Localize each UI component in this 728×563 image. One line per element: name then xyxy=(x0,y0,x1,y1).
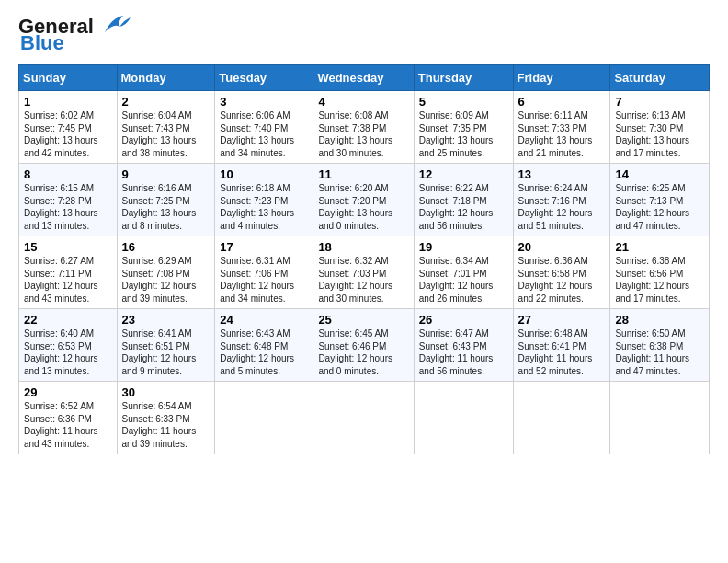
day-info: Sunrise: 6:11 AMSunset: 7:33 PMDaylight:… xyxy=(518,110,593,158)
table-row: 19 Sunrise: 6:34 AMSunset: 7:01 PMDaylig… xyxy=(414,236,513,309)
day-info: Sunrise: 6:20 AMSunset: 7:20 PMDaylight:… xyxy=(318,183,392,231)
day-info: Sunrise: 6:27 AMSunset: 7:11 PMDaylight:… xyxy=(24,256,98,304)
day-number: 15 xyxy=(24,240,112,254)
day-number: 16 xyxy=(122,240,210,254)
table-row xyxy=(313,382,414,454)
table-row xyxy=(414,382,513,454)
table-row: 13 Sunrise: 6:24 AMSunset: 7:16 PMDaylig… xyxy=(513,164,610,236)
day-info: Sunrise: 6:38 AMSunset: 6:56 PMDaylight:… xyxy=(615,256,689,304)
header-thursday: Thursday xyxy=(414,65,513,91)
header-monday: Monday xyxy=(117,65,215,91)
day-number: 26 xyxy=(419,313,508,327)
logo-text-blue: Blue xyxy=(18,31,64,55)
table-row: 17 Sunrise: 6:31 AMSunset: 7:06 PMDaylig… xyxy=(215,236,313,309)
table-row: 4 Sunrise: 6:08 AMSunset: 7:38 PMDayligh… xyxy=(313,91,414,164)
day-info: Sunrise: 6:31 AMSunset: 7:06 PMDaylight:… xyxy=(220,256,294,304)
day-info: Sunrise: 6:34 AMSunset: 7:01 PMDaylight:… xyxy=(419,256,494,304)
day-number: 18 xyxy=(318,240,408,254)
table-row: 12 Sunrise: 6:22 AMSunset: 7:18 PMDaylig… xyxy=(414,164,513,236)
table-row: 21 Sunrise: 6:38 AMSunset: 6:56 PMDaylig… xyxy=(610,236,710,309)
day-number: 12 xyxy=(419,167,508,181)
day-info: Sunrise: 6:08 AMSunset: 7:38 PMDaylight:… xyxy=(318,110,392,158)
table-row: 6 Sunrise: 6:11 AMSunset: 7:33 PMDayligh… xyxy=(513,91,610,164)
table-row: 5 Sunrise: 6:09 AMSunset: 7:35 PMDayligh… xyxy=(414,91,513,164)
day-info: Sunrise: 6:41 AMSunset: 6:51 PMDaylight:… xyxy=(122,328,197,376)
day-number: 21 xyxy=(615,240,704,254)
day-number: 24 xyxy=(220,313,308,327)
table-row: 3 Sunrise: 6:06 AMSunset: 7:40 PMDayligh… xyxy=(215,91,313,164)
day-info: Sunrise: 6:43 AMSunset: 6:48 PMDaylight:… xyxy=(220,328,294,376)
day-number: 14 xyxy=(615,167,704,181)
day-info: Sunrise: 6:40 AMSunset: 6:53 PMDaylight:… xyxy=(24,328,98,376)
day-info: Sunrise: 6:15 AMSunset: 7:28 PMDaylight:… xyxy=(24,183,98,231)
day-info: Sunrise: 6:04 AMSunset: 7:43 PMDaylight:… xyxy=(122,110,197,158)
day-number: 9 xyxy=(122,167,210,181)
table-row: 25 Sunrise: 6:45 AMSunset: 6:46 PMDaylig… xyxy=(313,309,414,382)
table-row: 7 Sunrise: 6:13 AMSunset: 7:30 PMDayligh… xyxy=(610,91,710,164)
day-number: 2 xyxy=(122,95,210,109)
table-row: 22 Sunrise: 6:40 AMSunset: 6:53 PMDaylig… xyxy=(19,309,118,382)
table-row: 14 Sunrise: 6:25 AMSunset: 7:13 PMDaylig… xyxy=(610,164,710,236)
day-info: Sunrise: 6:22 AMSunset: 7:18 PMDaylight:… xyxy=(419,183,494,231)
table-row: 1 Sunrise: 6:02 AMSunset: 7:45 PMDayligh… xyxy=(19,91,118,164)
day-number: 28 xyxy=(615,313,704,327)
table-row xyxy=(215,382,313,454)
header-saturday: Saturday xyxy=(610,65,710,91)
day-number: 5 xyxy=(419,95,508,109)
table-row: 27 Sunrise: 6:48 AMSunset: 6:41 PMDaylig… xyxy=(513,309,610,382)
table-row: 9 Sunrise: 6:16 AMSunset: 7:25 PMDayligh… xyxy=(117,164,215,236)
day-number: 3 xyxy=(220,95,308,109)
table-row xyxy=(610,382,710,454)
header-tuesday: Tuesday xyxy=(215,65,313,91)
table-row: 10 Sunrise: 6:18 AMSunset: 7:23 PMDaylig… xyxy=(215,164,313,236)
day-info: Sunrise: 6:36 AMSunset: 6:58 PMDaylight:… xyxy=(518,256,593,304)
day-info: Sunrise: 6:13 AMSunset: 7:30 PMDaylight:… xyxy=(615,110,689,158)
table-row: 2 Sunrise: 6:04 AMSunset: 7:43 PMDayligh… xyxy=(117,91,215,164)
day-number: 6 xyxy=(518,95,606,109)
calendar-table: Sunday Monday Tuesday Wednesday Thursday… xyxy=(18,64,710,454)
logo: General Blue xyxy=(18,15,131,55)
day-number: 25 xyxy=(318,313,408,327)
day-info: Sunrise: 6:52 AMSunset: 6:36 PMDaylight:… xyxy=(24,401,98,449)
table-row: 24 Sunrise: 6:43 AMSunset: 6:48 PMDaylig… xyxy=(215,309,313,382)
day-number: 23 xyxy=(122,313,210,327)
day-info: Sunrise: 6:45 AMSunset: 6:46 PMDaylight:… xyxy=(318,328,392,376)
header-friday: Friday xyxy=(513,65,610,91)
day-info: Sunrise: 6:02 AMSunset: 7:45 PMDaylight:… xyxy=(24,110,98,158)
day-number: 10 xyxy=(220,167,308,181)
day-info: Sunrise: 6:54 AMSunset: 6:33 PMDaylight:… xyxy=(122,401,197,449)
day-info: Sunrise: 6:29 AMSunset: 7:08 PMDaylight:… xyxy=(122,256,197,304)
header-sunday: Sunday xyxy=(19,65,118,91)
day-number: 27 xyxy=(518,313,606,327)
day-info: Sunrise: 6:16 AMSunset: 7:25 PMDaylight:… xyxy=(122,183,197,231)
day-info: Sunrise: 6:06 AMSunset: 7:40 PMDaylight:… xyxy=(220,110,294,158)
table-row: 16 Sunrise: 6:29 AMSunset: 7:08 PMDaylig… xyxy=(117,236,215,309)
page-container: General Blue Sunday Monday Tuesday Wedne… xyxy=(0,0,728,464)
table-row: 15 Sunrise: 6:27 AMSunset: 7:11 PMDaylig… xyxy=(19,236,118,309)
day-number: 8 xyxy=(24,167,112,181)
day-info: Sunrise: 6:18 AMSunset: 7:23 PMDaylight:… xyxy=(220,183,294,231)
table-row: 26 Sunrise: 6:47 AMSunset: 6:43 PMDaylig… xyxy=(414,309,513,382)
table-row: 28 Sunrise: 6:50 AMSunset: 6:38 PMDaylig… xyxy=(610,309,710,382)
day-number: 11 xyxy=(318,167,408,181)
table-row: 30 Sunrise: 6:54 AMSunset: 6:33 PMDaylig… xyxy=(117,382,215,454)
day-number: 13 xyxy=(518,167,606,181)
day-info: Sunrise: 6:50 AMSunset: 6:38 PMDaylight:… xyxy=(615,328,689,376)
table-row: 11 Sunrise: 6:20 AMSunset: 7:20 PMDaylig… xyxy=(313,164,414,236)
day-info: Sunrise: 6:32 AMSunset: 7:03 PMDaylight:… xyxy=(318,256,392,304)
day-info: Sunrise: 6:09 AMSunset: 7:35 PMDaylight:… xyxy=(419,110,494,158)
day-info: Sunrise: 6:24 AMSunset: 7:16 PMDaylight:… xyxy=(518,183,593,231)
table-row: 29 Sunrise: 6:52 AMSunset: 6:36 PMDaylig… xyxy=(19,382,118,454)
day-number: 4 xyxy=(318,95,408,109)
day-number: 17 xyxy=(220,240,308,254)
day-number: 1 xyxy=(24,95,112,109)
day-info: Sunrise: 6:25 AMSunset: 7:13 PMDaylight:… xyxy=(615,183,689,231)
header: General Blue xyxy=(18,15,710,55)
table-row xyxy=(513,382,610,454)
table-row: 8 Sunrise: 6:15 AMSunset: 7:28 PMDayligh… xyxy=(19,164,118,236)
day-number: 22 xyxy=(24,313,112,327)
day-info: Sunrise: 6:47 AMSunset: 6:43 PMDaylight:… xyxy=(419,328,494,376)
table-row: 23 Sunrise: 6:41 AMSunset: 6:51 PMDaylig… xyxy=(117,309,215,382)
day-number: 30 xyxy=(122,385,210,399)
logo-bird-icon xyxy=(96,12,131,38)
